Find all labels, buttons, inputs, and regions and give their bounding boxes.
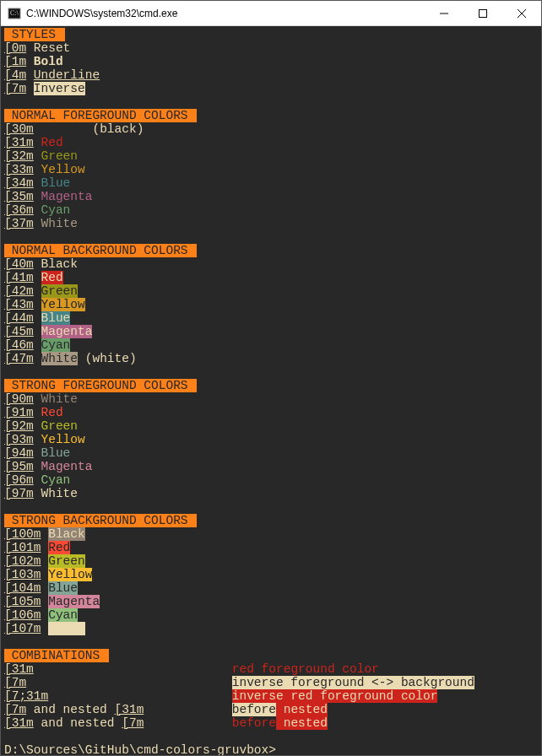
escape-code: [7m bbox=[122, 716, 144, 730]
terminal-line: [32m Green bbox=[4, 149, 538, 163]
strong-bg-demo bbox=[48, 622, 85, 635]
terminal-line: STYLES bbox=[4, 28, 538, 41]
terminal-line: [101m Red bbox=[4, 541, 538, 554]
terminal-line: [94m Blue bbox=[4, 446, 538, 460]
bg-demo: Red bbox=[41, 271, 63, 284]
terminal-line: [92m Green bbox=[4, 419, 538, 433]
escape-code: [93m bbox=[4, 433, 34, 446]
terminal-line: [40m Black bbox=[4, 257, 538, 271]
strong-fg-demo: Yellow bbox=[41, 433, 85, 446]
svg-rect-3 bbox=[480, 9, 487, 17]
escape-code: [31m bbox=[4, 662, 34, 676]
blank-line bbox=[4, 230, 538, 244]
header-normal-fg: NORMAL FOREGROUND COLORS bbox=[4, 109, 197, 122]
terminal-line: [4m Underline bbox=[4, 68, 538, 82]
terminal-line: [7;31m inverse red foreground color bbox=[4, 689, 538, 703]
strong-bg-demo: Red bbox=[48, 541, 70, 554]
bg-demo: Black bbox=[41, 257, 79, 271]
cmd-icon: C:\ bbox=[8, 7, 21, 20]
escape-code: [7m bbox=[4, 82, 26, 95]
strong-fg-demo: Blue bbox=[41, 446, 71, 460]
terminal-line: [7m inverse foreground <-> background bbox=[4, 676, 538, 689]
terminal[interactable]: STYLES [0m Reset[1m Bold[4m Underline[7m… bbox=[1, 26, 541, 755]
escape-code: [44m bbox=[4, 311, 34, 325]
terminal-line: [104m Blue bbox=[4, 581, 538, 595]
strong-fg-demo: Cyan bbox=[41, 473, 71, 487]
terminal-line: NORMAL BACKGROUND COLORS bbox=[4, 244, 538, 257]
combo-before: before bbox=[232, 716, 276, 730]
style-demo: Inverse bbox=[34, 82, 85, 95]
combo-demo: inverse foreground <-> background bbox=[232, 676, 474, 689]
escape-code: [96m bbox=[4, 473, 34, 487]
escape-code: [34m bbox=[4, 176, 34, 190]
escape-code: [95m bbox=[4, 460, 34, 473]
header-strong-bg: STRONG BACKGROUND COLORS bbox=[4, 514, 197, 527]
header-strong-fg: STRONG FOREGROUND COLORS bbox=[4, 379, 197, 392]
blank-line bbox=[4, 500, 538, 514]
header-combinations: COMBINATIONS bbox=[4, 649, 109, 662]
escape-code: [90m bbox=[4, 392, 34, 406]
escape-code: [102m bbox=[4, 554, 41, 568]
blank-line bbox=[4, 95, 538, 109]
maximize-button[interactable] bbox=[463, 1, 502, 26]
escape-code: [94m bbox=[4, 446, 34, 460]
fg-demo: Green bbox=[41, 149, 79, 163]
escape-code: [101m bbox=[4, 541, 41, 554]
terminal-line: [103m Yellow bbox=[4, 568, 538, 581]
terminal-line: [91m Red bbox=[4, 406, 538, 419]
terminal-line: [96m Cyan bbox=[4, 473, 538, 487]
escape-code: [41m bbox=[4, 271, 34, 284]
terminal-line: [36m Cyan bbox=[4, 203, 538, 217]
escape-code: [45m bbox=[4, 325, 34, 338]
titlebar[interactable]: C:\ C:\WINDOWS\system32\cmd.exe bbox=[1, 1, 541, 26]
escape-code: [35m bbox=[4, 190, 34, 203]
escape-code: [4m bbox=[4, 68, 26, 82]
escape-code: [103m bbox=[4, 568, 41, 581]
combo-nested: nested bbox=[276, 703, 328, 716]
escape-code: [31m bbox=[4, 716, 34, 730]
terminal-line: [33m Yellow bbox=[4, 163, 538, 176]
prompt: D:\Sources\GitHub\cmd-colors-gruvbox> bbox=[4, 743, 276, 755]
fg-demo bbox=[41, 122, 85, 136]
escape-code: [37m bbox=[4, 217, 34, 230]
terminal-line: [45m Magenta bbox=[4, 325, 538, 338]
escape-code: [107m bbox=[4, 622, 41, 635]
window: C:\ C:\WINDOWS\system32\cmd.exe STYLES [… bbox=[0, 0, 542, 756]
header-normal-bg: NORMAL BACKGROUND COLORS bbox=[4, 244, 197, 257]
close-button[interactable] bbox=[502, 1, 541, 26]
color-note: (black) bbox=[85, 122, 144, 136]
combo-demo: inverse red foreground color bbox=[232, 689, 438, 703]
terminal-line: [34m Blue bbox=[4, 176, 538, 190]
terminal-line: STRONG BACKGROUND COLORS bbox=[4, 514, 538, 527]
escape-code: [1m bbox=[4, 55, 26, 68]
terminal-line: [42m Green bbox=[4, 284, 538, 298]
strong-bg-demo: Magenta bbox=[48, 595, 100, 608]
strong-bg-demo: Green bbox=[48, 554, 85, 568]
minimize-button[interactable] bbox=[425, 1, 463, 26]
style-demo: Reset bbox=[34, 41, 71, 55]
terminal-line: [7m and nested [31m before nested bbox=[4, 703, 538, 716]
escape-code: [92m bbox=[4, 419, 34, 433]
terminal-line: [43m Yellow bbox=[4, 298, 538, 311]
escape-code: [7m bbox=[4, 703, 26, 716]
bg-demo: Yellow bbox=[41, 298, 85, 311]
terminal-line: [31m Red bbox=[4, 136, 538, 149]
fg-demo: Red bbox=[41, 136, 63, 149]
escape-code: [47m bbox=[4, 352, 34, 365]
escape-code: [30m bbox=[4, 122, 34, 136]
escape-code: [105m bbox=[4, 595, 41, 608]
escape-code: [42m bbox=[4, 284, 34, 298]
terminal-line: [107m bbox=[4, 622, 538, 635]
terminal-line: [31m red foreground color bbox=[4, 662, 538, 676]
terminal-line: [47m White (white) bbox=[4, 352, 538, 365]
terminal-line: [90m White bbox=[4, 392, 538, 406]
strong-fg-demo: White bbox=[41, 392, 79, 406]
terminal-line: [37m White bbox=[4, 217, 538, 230]
color-note: (white) bbox=[78, 352, 137, 365]
escape-code: [100m bbox=[4, 527, 41, 541]
terminal-line: [106m Cyan bbox=[4, 608, 538, 622]
terminal-line: [100m Black bbox=[4, 527, 538, 541]
blank-line bbox=[4, 365, 538, 379]
fg-demo: Yellow bbox=[41, 163, 85, 176]
terminal-line: [105m Magenta bbox=[4, 595, 538, 608]
